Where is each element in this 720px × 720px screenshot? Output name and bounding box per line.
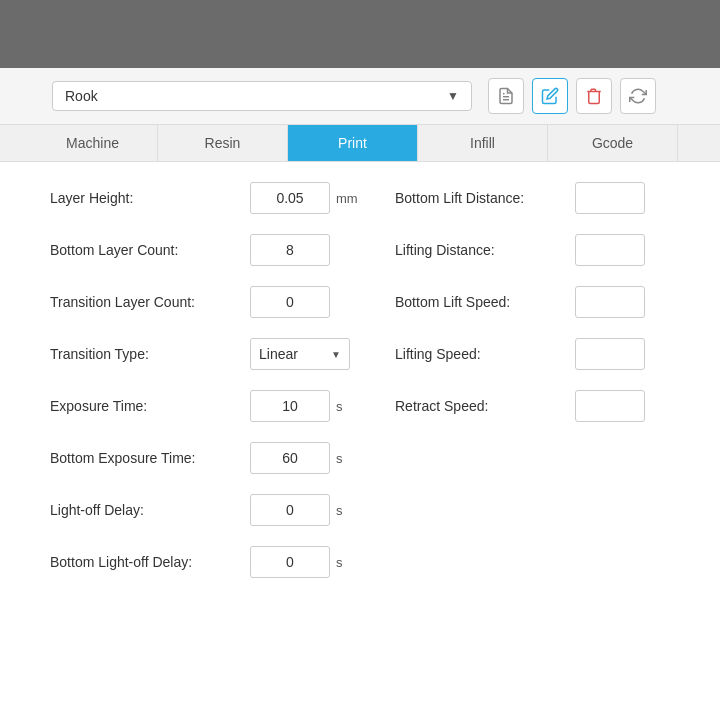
label-lifting-distance: Lifting Distance:	[395, 242, 575, 258]
delete-button[interactable]	[576, 78, 612, 114]
right-panel: Bottom Lift Distance: Lifting Distance: …	[385, 182, 710, 702]
input-layer-height[interactable]	[250, 182, 330, 214]
unit-exposure-time: s	[336, 399, 343, 414]
transition-type-value: Linear	[259, 346, 298, 362]
edit-button[interactable]	[532, 78, 568, 114]
toolbar-icons	[488, 78, 656, 114]
label-bottom-lift-distance: Bottom Lift Distance:	[395, 190, 575, 206]
tab-resin[interactable]: Resin	[158, 125, 288, 161]
label-light-off-delay: Light-off Delay:	[50, 502, 250, 518]
toolbar: Rook ▼	[0, 68, 720, 125]
input-transition-layer-count[interactable]	[250, 286, 330, 318]
input-exposure-time[interactable]	[250, 390, 330, 422]
field-bottom-exposure-time: Bottom Exposure Time: s	[50, 442, 365, 474]
chevron-down-icon: ▼	[447, 89, 459, 103]
field-bottom-layer-count: Bottom Layer Count:	[50, 234, 365, 266]
field-lifting-distance: Lifting Distance:	[395, 234, 710, 266]
label-retract-speed: Retract Speed:	[395, 398, 575, 414]
label-transition-layer-count: Transition Layer Count:	[50, 294, 250, 310]
field-retract-speed: Retract Speed:	[395, 390, 710, 422]
field-bottom-light-off-delay: Bottom Light-off Delay: s	[50, 546, 365, 578]
label-bottom-lift-speed: Bottom Lift Speed:	[395, 294, 575, 310]
input-bottom-lift-speed[interactable]	[575, 286, 645, 318]
label-transition-type: Transition Type:	[50, 346, 250, 362]
unit-light-off-delay: s	[336, 503, 343, 518]
input-bottom-light-off-delay[interactable]	[250, 546, 330, 578]
input-lifting-distance[interactable]	[575, 234, 645, 266]
unit-layer-height: mm	[336, 191, 358, 206]
label-bottom-layer-count: Bottom Layer Count:	[50, 242, 250, 258]
tab-bar: Machine Resin Print Infill Gcode	[0, 125, 720, 162]
field-light-off-delay: Light-off Delay: s	[50, 494, 365, 526]
left-panel: Layer Height: mm Bottom Layer Count: Tra…	[50, 182, 385, 702]
field-bottom-lift-distance: Bottom Lift Distance:	[395, 182, 710, 214]
label-exposure-time: Exposure Time:	[50, 398, 250, 414]
label-bottom-exposure-time: Bottom Exposure Time:	[50, 450, 250, 466]
label-bottom-light-off-delay: Bottom Light-off Delay:	[50, 554, 250, 570]
field-bottom-lift-speed: Bottom Lift Speed:	[395, 286, 710, 318]
input-bottom-layer-count[interactable]	[250, 234, 330, 266]
unit-bottom-light-off-delay: s	[336, 555, 343, 570]
tab-gcode[interactable]: Gcode	[548, 125, 678, 161]
input-bottom-exposure-time[interactable]	[250, 442, 330, 474]
profile-dropdown[interactable]: Rook ▼	[52, 81, 472, 111]
unit-bottom-exposure-time: s	[336, 451, 343, 466]
label-layer-height: Layer Height:	[50, 190, 250, 206]
profile-label: Rook	[65, 88, 98, 104]
top-bar	[0, 0, 720, 68]
chevron-down-icon: ▼	[331, 349, 341, 360]
input-bottom-lift-distance[interactable]	[575, 182, 645, 214]
field-layer-height: Layer Height: mm	[50, 182, 365, 214]
tab-print[interactable]: Print	[288, 125, 418, 161]
dropdown-transition-type[interactable]: Linear ▼	[250, 338, 350, 370]
field-exposure-time: Exposure Time: s	[50, 390, 365, 422]
input-retract-speed[interactable]	[575, 390, 645, 422]
tab-infill[interactable]: Infill	[418, 125, 548, 161]
input-lifting-speed[interactable]	[575, 338, 645, 370]
field-lifting-speed: Lifting Speed:	[395, 338, 710, 370]
input-light-off-delay[interactable]	[250, 494, 330, 526]
content-area: Layer Height: mm Bottom Layer Count: Tra…	[0, 162, 720, 720]
field-transition-layer-count: Transition Layer Count:	[50, 286, 365, 318]
save-button[interactable]	[488, 78, 524, 114]
field-transition-type: Transition Type: Linear ▼	[50, 338, 365, 370]
tab-machine[interactable]: Machine	[28, 125, 158, 161]
label-lifting-speed: Lifting Speed:	[395, 346, 575, 362]
refresh-button[interactable]	[620, 78, 656, 114]
